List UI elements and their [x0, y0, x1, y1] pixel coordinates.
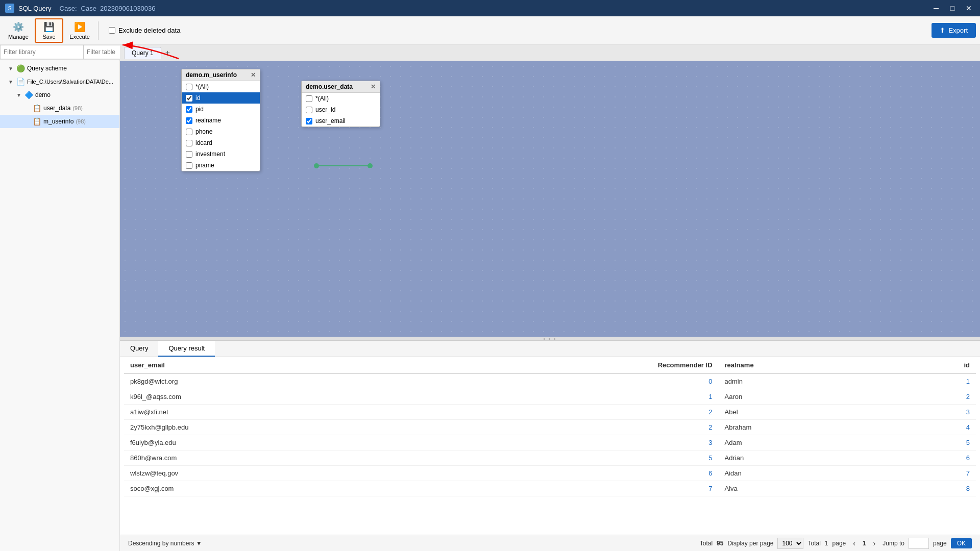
- table-row[interactable]: 860h@wra.com 5 Adrian 6: [124, 450, 976, 466]
- prev-page-button[interactable]: ‹: [850, 538, 859, 548]
- cell-id: 8: [897, 481, 976, 496]
- checkbox-pname[interactable]: [186, 162, 192, 169]
- save-button[interactable]: 💾 Save: [35, 18, 63, 43]
- table-row[interactable]: k96l_@aqss.com 1 Aaron 2: [124, 389, 976, 405]
- table-row[interactable]: wlstzw@teq.gov 6 Aidan 7: [124, 466, 976, 481]
- table-row-all[interactable]: *(All): [182, 81, 260, 92]
- results-container[interactable]: user_email Recommender ID realname id pk…: [120, 357, 980, 535]
- row-label-idcard: idcard: [195, 139, 212, 146]
- table-row[interactable]: f6ulyb@yla.edu 3 Adam 5: [124, 435, 976, 450]
- manage-label: Manage: [8, 34, 29, 40]
- table-row[interactable]: soco@xgj.com 7 Alva 8: [124, 481, 976, 496]
- query-tab-1-label: Query 1: [132, 49, 154, 57]
- col-header-realname: realname: [719, 357, 898, 373]
- table-row-pid[interactable]: pid: [182, 104, 260, 115]
- cell-realname: Adam: [719, 435, 898, 450]
- file-icon: 📄: [16, 78, 25, 86]
- tab-query[interactable]: Query: [120, 341, 158, 357]
- checkbox-pid[interactable]: [186, 106, 192, 113]
- arrow-icon: ▼: [8, 66, 14, 71]
- checkbox-user-id[interactable]: [306, 107, 312, 113]
- checkbox-all[interactable]: [186, 84, 192, 90]
- next-page-button[interactable]: ›: [870, 538, 879, 548]
- toolbar-right: ⬆ Export: [932, 23, 976, 38]
- total-value: 95: [717, 540, 723, 547]
- jump-to-input[interactable]: [909, 538, 929, 549]
- table-card-m-userinfo-header: demo.m_userinfo ✕: [182, 69, 260, 81]
- demo-arrow-icon: ▼: [16, 92, 22, 98]
- per-page-select[interactable]: 100 50 200: [777, 538, 803, 549]
- table-row-user-email[interactable]: user_email: [302, 115, 380, 127]
- table-row-realname[interactable]: realname: [182, 115, 260, 126]
- execute-button[interactable]: ▶️ Execute: [65, 18, 94, 43]
- table-row-phone[interactable]: phone: [182, 126, 260, 137]
- maximize-button[interactable]: □: [946, 2, 959, 14]
- m-userinfo-close-icon[interactable]: ✕: [251, 71, 256, 79]
- m-userinfo-title: demo.m_userinfo: [186, 71, 237, 79]
- cell-user-email: pk8gd@wict.org: [124, 373, 429, 389]
- current-page: 1: [863, 540, 866, 547]
- cell-recommender-id: 3: [429, 435, 718, 450]
- table-row-investment[interactable]: investment: [182, 148, 260, 160]
- row-label-user-id: user_id: [315, 106, 335, 113]
- exclude-deleted-option[interactable]: Exclude deleted data: [109, 27, 180, 34]
- checkbox-realname[interactable]: [186, 117, 192, 124]
- sidebar-item-file[interactable]: ▼ 📄 File_C:\Users\SalvationDATA\De...: [0, 75, 119, 88]
- sidebar-item-demo[interactable]: ▼ 🔷 demo: [0, 88, 119, 102]
- user-data-close-icon[interactable]: ✕: [371, 83, 376, 90]
- sidebar: ▼ 🟢 Query scheme ▼ 📄 File_C:\Users\Salva…: [0, 45, 120, 551]
- minimize-button[interactable]: ─: [930, 2, 942, 14]
- save-label: Save: [42, 34, 55, 40]
- table-row-idcard[interactable]: idcard: [182, 137, 260, 148]
- panel-splitter[interactable]: • • •: [120, 337, 980, 341]
- tab-query-result[interactable]: Query result: [158, 341, 215, 357]
- table-row-pname[interactable]: pname: [182, 160, 260, 171]
- checkbox-investment[interactable]: [186, 151, 192, 158]
- case-label: Case:: [60, 5, 77, 12]
- filter-library-input[interactable]: [0, 45, 83, 59]
- go-button[interactable]: OK: [951, 538, 972, 548]
- demo-icon: 🔷: [24, 91, 33, 99]
- m-userinfo-count: (98): [76, 118, 86, 124]
- table-row[interactable]: pk8gd@wict.org 0 admin 1: [124, 373, 976, 389]
- table-row-id[interactable]: id: [182, 92, 260, 104]
- checkbox-idcard[interactable]: [186, 140, 192, 146]
- cell-user-email: f6ulyb@yla.edu: [124, 435, 429, 450]
- table-row[interactable]: 2y75kxh@gllpb.edu 2 Abraham 4: [124, 420, 976, 435]
- checkbox-id[interactable]: [186, 95, 192, 102]
- user-data-count: (98): [72, 105, 83, 111]
- table-row-ud-all[interactable]: *(All): [302, 93, 380, 104]
- sidebar-item-user-data[interactable]: 📋 user_data (98): [0, 102, 119, 115]
- query-tab-1[interactable]: Query 1: [124, 47, 161, 59]
- cell-recommender-id: 1: [429, 389, 718, 405]
- table-row-user-id[interactable]: user_id: [302, 104, 380, 115]
- table-card-user-data-header: demo.user_data ✕: [302, 81, 380, 93]
- sidebar-item-m-userinfo[interactable]: 📋 m_userinfo (98): [0, 115, 119, 128]
- bottom-tabs: Query Query result: [120, 341, 980, 357]
- checkbox-ud-all[interactable]: [306, 95, 312, 102]
- manage-button[interactable]: ⚙️ Manage: [4, 18, 33, 43]
- table-row[interactable]: a1iw@xfi.net 2 Abel 3: [124, 405, 976, 420]
- user-data-icon: 📋: [33, 104, 41, 112]
- exclude-deleted-checkbox[interactable]: [109, 27, 115, 34]
- execute-icon: ▶️: [74, 21, 85, 33]
- cell-user-email: 860h@wra.com: [124, 450, 429, 466]
- export-button[interactable]: ⬆ Export: [932, 23, 976, 38]
- sidebar-item-query-scheme[interactable]: ▼ 🟢 Query scheme: [0, 62, 119, 75]
- table-card-m-userinfo: demo.m_userinfo ✕ *(All) id pid re: [181, 69, 260, 171]
- toolbar-separator: [98, 21, 99, 40]
- svg-point-2: [368, 163, 373, 168]
- close-button[interactable]: ✕: [963, 2, 975, 14]
- page-label: page: [832, 540, 846, 547]
- export-label: Export: [948, 27, 968, 34]
- title-bar-left: S SQL Query Case: Case_202309061030036: [5, 4, 156, 13]
- add-tab-button[interactable]: +: [162, 47, 173, 59]
- status-bar: Descending by numbers ▼ Total 95 Display…: [120, 535, 980, 551]
- checkbox-user-email[interactable]: [306, 118, 312, 124]
- demo-label: demo: [35, 91, 51, 98]
- checkbox-phone[interactable]: [186, 129, 192, 135]
- row-label-phone: phone: [195, 128, 212, 135]
- canvas-area[interactable]: demo.m_userinfo ✕ *(All) id pid re: [120, 61, 980, 337]
- cell-user-email: k96l_@aqss.com: [124, 389, 429, 405]
- content-area: Query 1 + demo.m_userinfo ✕ *(All: [120, 45, 980, 551]
